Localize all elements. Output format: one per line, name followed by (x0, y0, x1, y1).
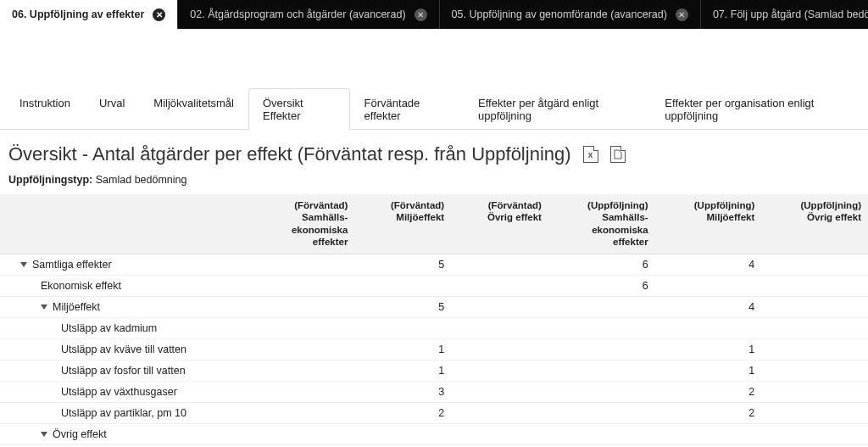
row-label-text: Ekonomisk effekt (41, 280, 121, 292)
export-excel-icon[interactable]: x (583, 146, 598, 163)
cell (254, 402, 354, 423)
row-label: Utsläpp av partiklar, pm 10 (0, 402, 254, 423)
col-header-1[interactable]: (Förväntad)Samhälls-ekonomiskaeffekter (254, 194, 354, 254)
cell (451, 402, 548, 423)
cell: 1 (354, 338, 451, 360)
sub-tab-0[interactable]: Instruktion (5, 88, 85, 130)
cell (254, 381, 354, 402)
cell (451, 317, 548, 338)
pdf-glyph (614, 149, 622, 159)
top-tab-label: 06. Uppföljning av effekter (12, 8, 144, 20)
col-header-3[interactable]: (Förväntad)Övrig effekt (451, 194, 548, 254)
cell (761, 381, 868, 402)
cell (761, 317, 868, 338)
cell (354, 317, 451, 338)
cell (451, 423, 548, 444)
top-tab-label: 02. Åtgärdsprogram och åtgärder (avancer… (190, 8, 405, 20)
cell: 2 (354, 402, 451, 423)
cell (548, 423, 655, 444)
cell: 1 (655, 360, 762, 381)
cell (451, 296, 548, 317)
cell (548, 402, 655, 423)
top-tab-label: 05. Uppföljning av genomförande (avancer… (452, 8, 667, 20)
cell (761, 338, 868, 360)
cell (254, 423, 354, 444)
col-header-0[interactable] (0, 194, 254, 254)
export-pdf-icon[interactable] (610, 146, 626, 163)
cell (655, 317, 762, 338)
cell: 2 (655, 402, 762, 423)
cell: 4 (655, 296, 762, 317)
table-row: Ekonomisk effekt6 (0, 275, 868, 296)
cell (254, 338, 354, 360)
cell (548, 338, 655, 360)
row-label[interactable]: Övrig effekt (0, 423, 254, 444)
cell (254, 296, 354, 317)
cell: 5 (354, 254, 451, 275)
row-label-text: Miljöeffekt (53, 301, 100, 313)
row-label: Utsläpp av kväve till vatten (0, 338, 254, 360)
table-row: Miljöeffekt54 (0, 296, 868, 317)
sub-tab-6[interactable]: Effekter per organisation enligt uppfölj… (650, 88, 863, 130)
col-header-2[interactable]: (Förväntad)Miljöeffekt (354, 194, 451, 254)
cell (451, 254, 548, 275)
cell (548, 317, 655, 338)
cell: 1 (655, 338, 762, 360)
top-tab-2[interactable]: 05. Uppföljning av genomförande (avancer… (440, 0, 701, 29)
cell (254, 275, 354, 296)
cell (548, 296, 655, 317)
table-row: Övrig effekt (0, 423, 868, 444)
cell: 4 (655, 254, 762, 275)
sub-tab-4[interactable]: Förväntade effekter (350, 88, 464, 130)
cell: 6 (548, 254, 655, 275)
cell (761, 254, 868, 275)
cell (761, 423, 868, 444)
expand-icon[interactable] (20, 262, 27, 267)
sub-tab-1[interactable]: Urval (85, 88, 139, 130)
cell (548, 360, 655, 381)
sub-tab-3[interactable]: Översikt Effekter (248, 88, 350, 130)
meta-line: Uppföljningstyp: Samlad bedömning (8, 174, 860, 186)
meta-value: Samlad bedömning (96, 174, 187, 186)
top-tab-label: 07. Följ upp åtgärd (Samlad bedömning) (713, 8, 868, 20)
row-label: Utsläpp av kadmium (0, 317, 254, 338)
col-header-6[interactable]: (Uppföljning)Övrig effekt (761, 194, 868, 254)
row-label[interactable]: Samtliga effekter (0, 254, 254, 275)
expand-icon[interactable] (41, 305, 47, 310)
col-header-4[interactable]: (Uppföljning)Samhälls-ekonomiskaeffekter (548, 194, 655, 254)
close-icon[interactable]: ✕ (676, 8, 688, 21)
row-label-text: Utsläpp av kväve till vatten (61, 344, 186, 355)
expand-icon[interactable] (41, 432, 47, 437)
cell (254, 360, 354, 381)
row-label: Ekonomisk effekt (0, 275, 254, 296)
cell: 6 (548, 275, 655, 296)
top-tab-bar: 06. Uppföljning av effekter✕02. Åtgärdsp… (0, 0, 868, 29)
table-row: Utsläpp av växthusgaser32 (0, 381, 868, 402)
col-header-5[interactable]: (Uppföljning)Miljöeffekt (655, 194, 762, 254)
top-tab-0[interactable]: 06. Uppföljning av effekter✕ (0, 0, 178, 29)
close-icon[interactable]: ✕ (153, 8, 165, 21)
cell (451, 381, 548, 402)
cell: 5 (354, 296, 451, 317)
top-tab-3[interactable]: 07. Följ upp åtgärd (Samlad bedömning)✕ (701, 0, 868, 29)
cell (451, 338, 548, 360)
top-tab-1[interactable]: 02. Åtgärdsprogram och åtgärder (avancer… (178, 0, 439, 29)
row-label-text: Utsläpp av partiklar, pm 10 (61, 407, 186, 419)
row-label-text: Utsläpp av fosfor till vatten (61, 365, 186, 377)
sub-tab-2[interactable]: Miljökvalitetsmål (139, 88, 248, 130)
sub-tab-5[interactable]: Effekter per åtgärd enligt uppföljning (464, 88, 650, 130)
table-row: Utsläpp av partiklar, pm 1022 (0, 402, 868, 423)
row-label-text: Utsläpp av växthusgaser (61, 386, 177, 398)
cell (655, 423, 762, 444)
cell (655, 275, 762, 296)
cell (548, 381, 655, 402)
excel-glyph: x (588, 150, 593, 159)
cell: 2 (655, 381, 762, 402)
row-label[interactable]: Miljöeffekt (0, 296, 254, 317)
close-icon[interactable]: ✕ (415, 8, 427, 21)
cell (761, 296, 868, 317)
row-label: Utsläpp av växthusgaser (0, 381, 254, 402)
cell (254, 254, 354, 275)
row-label-text: Utsläpp av kadmium (61, 322, 157, 334)
effects-table: (Förväntad)Samhälls-ekonomiskaeffekter(F… (0, 194, 868, 447)
